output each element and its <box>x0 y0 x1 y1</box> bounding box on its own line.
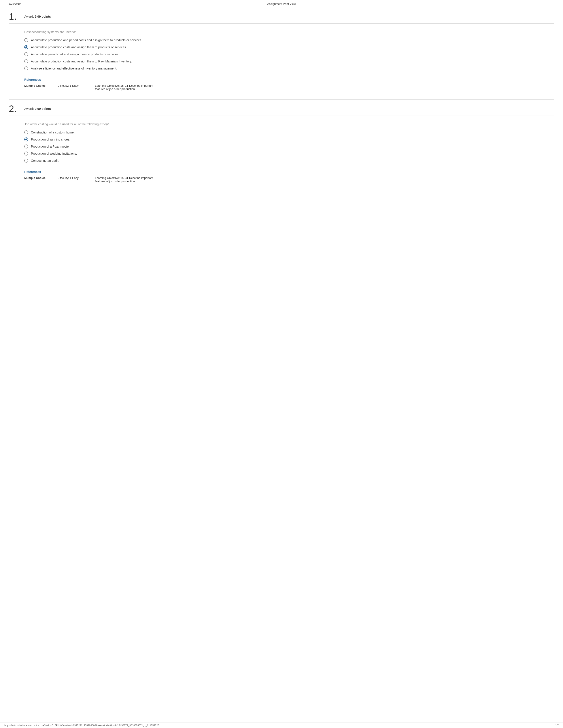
ref-difficulty-2: Difficulty: 1 Easy <box>57 176 88 180</box>
references-title-1[interactable]: References <box>24 78 539 81</box>
references-title-2[interactable]: References <box>24 170 539 174</box>
option-text-2-3: Production of a Pixar movie. <box>31 145 70 148</box>
question-body-2: Job order costing would be used for all … <box>9 116 554 192</box>
option-item-1-3[interactable]: Accumulate period cost and assign them t… <box>24 52 539 56</box>
option-text-1-4: Accumulate production costs and assign t… <box>31 60 132 63</box>
option-item-1-1[interactable]: Accumulate production and period costs a… <box>24 38 539 42</box>
radio-circle-2-5[interactable] <box>24 159 28 163</box>
option-item-1-4[interactable]: Accumulate production costs and assign t… <box>24 59 539 63</box>
option-text-2-5: Conducting an audit. <box>31 159 59 162</box>
question-header-2: 2.Award: 9.09 points <box>9 100 554 116</box>
award-text-1: Award: 9.09 points <box>24 15 51 18</box>
question-prompt-2: Job order costing would be used for all … <box>24 122 539 126</box>
radio-circle-1-5[interactable] <box>24 66 28 70</box>
question-body-1: Cost accounting systems are used to:Accu… <box>9 24 554 99</box>
option-text-1-3: Accumulate period cost and assign them t… <box>31 53 119 56</box>
option-item-1-5[interactable]: Analyze efficiency and effectiveness of … <box>24 66 539 70</box>
option-text-1-5: Analyze efficiency and effectiveness of … <box>31 67 117 70</box>
references-row-2: Multiple ChoiceDifficulty: 1 EasyLearnin… <box>24 176 539 183</box>
option-item-2-4[interactable]: Production of wedding invitations. <box>24 152 539 156</box>
option-item-2-2[interactable]: Production of running shoes. <box>24 137 539 141</box>
radio-circle-2-2[interactable] <box>24 137 28 141</box>
ref-learning-2: Learning Objective: 15-C1 Describe impor… <box>95 176 161 183</box>
option-text-2-2: Production of running shoes. <box>31 138 70 141</box>
page-title: Assignment Print View <box>267 2 296 6</box>
ref-type-2: Multiple Choice <box>24 176 51 180</box>
option-item-2-5[interactable]: Conducting an audit. <box>24 159 539 163</box>
radio-circle-2-4[interactable] <box>24 152 28 156</box>
option-text-1-2: Accumulate production costs and assign t… <box>31 45 127 49</box>
ref-type-1: Multiple Choice <box>24 84 51 87</box>
option-text-2-1: Construction of a custom home. <box>31 131 75 134</box>
question-number-1: 1. <box>9 12 24 21</box>
award-text-2: Award: 9.09 points <box>24 107 51 111</box>
radio-circle-2-1[interactable] <box>24 130 28 134</box>
question-prompt-1: Cost accounting systems are used to: <box>24 30 539 34</box>
option-text-2-4: Production of wedding invitations. <box>31 152 77 155</box>
option-item-1-2[interactable]: Accumulate production costs and assign t… <box>24 45 539 49</box>
options-list-1: Accumulate production and period costs a… <box>24 38 539 70</box>
header-date: 8/19/2019 <box>9 2 21 5</box>
radio-circle-1-3[interactable] <box>24 52 28 56</box>
radio-circle-1-2[interactable] <box>24 45 28 49</box>
question-header-1: 1.Award: 9.09 points <box>9 8 554 24</box>
option-text-1-1: Accumulate production and period costs a… <box>31 38 142 42</box>
page-header: 8/19/2019 Assignment Print View <box>0 0 563 8</box>
options-list-2: Construction of a custom home.Production… <box>24 130 539 163</box>
questions-container: 1.Award: 9.09 pointsCost accounting syst… <box>0 8 563 192</box>
question-block-1: 1.Award: 9.09 pointsCost accounting syst… <box>9 8 554 100</box>
option-item-2-1[interactable]: Construction of a custom home. <box>24 130 539 134</box>
radio-circle-1-4[interactable] <box>24 59 28 63</box>
question-block-2: 2.Award: 9.09 pointsJob order costing wo… <box>9 100 554 192</box>
references-section-1: ReferencesMultiple ChoiceDifficulty: 1 E… <box>24 73 539 95</box>
ref-difficulty-1: Difficulty: 1 Easy <box>57 84 88 87</box>
radio-circle-1-1[interactable] <box>24 38 28 42</box>
option-item-2-3[interactable]: Production of a Pixar movie. <box>24 144 539 148</box>
radio-circle-2-3[interactable] <box>24 144 28 148</box>
references-section-2: ReferencesMultiple ChoiceDifficulty: 1 E… <box>24 166 539 187</box>
references-row-1: Multiple ChoiceDifficulty: 1 EasyLearnin… <box>24 84 539 91</box>
question-number-2: 2. <box>9 104 24 113</box>
ref-learning-1: Learning Objective: 15-C1 Describe impor… <box>95 84 161 91</box>
